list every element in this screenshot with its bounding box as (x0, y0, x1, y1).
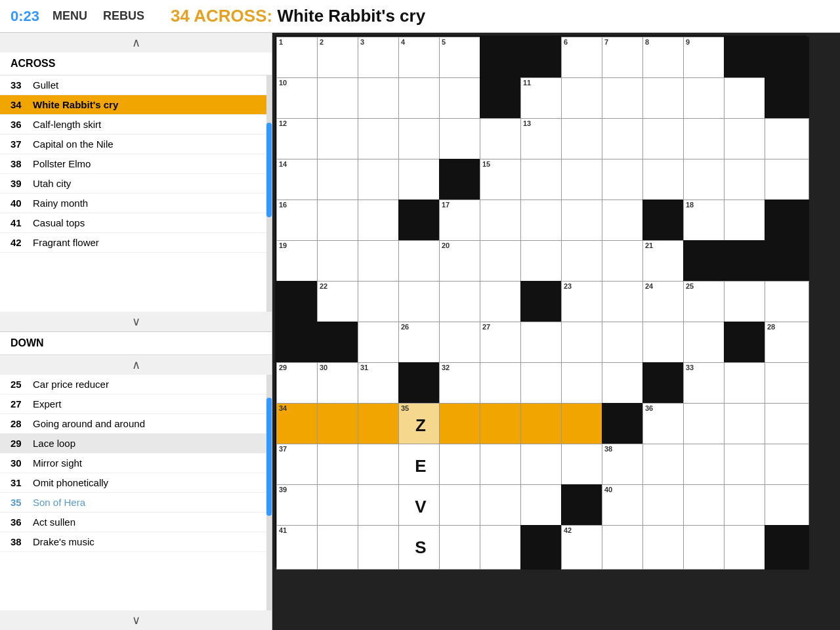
grid-cell[interactable] (358, 159, 402, 203)
grid-cell[interactable]: 19 (276, 240, 321, 285)
grid-cell[interactable] (439, 77, 484, 122)
down-clue-35[interactable]: 35Son of Hera (0, 493, 272, 513)
grid-cell[interactable] (724, 77, 768, 122)
grid-cell[interactable] (602, 118, 646, 163)
grid-cell[interactable] (602, 159, 646, 203)
grid-cell[interactable]: 12 (276, 118, 321, 163)
grid-cell[interactable] (765, 484, 809, 529)
grid-cell[interactable] (358, 77, 402, 122)
grid-cell[interactable]: 8 (642, 37, 687, 81)
grid-cell[interactable] (683, 77, 728, 122)
grid-cell[interactable] (724, 281, 768, 326)
grid-cell[interactable] (683, 322, 728, 366)
grid-cell[interactable] (765, 159, 809, 203)
grid-cell[interactable]: 6 (561, 37, 606, 81)
grid-cell[interactable]: 30 (317, 362, 362, 407)
grid-cell[interactable]: 29 (276, 362, 321, 407)
grid-cell[interactable]: 40 (602, 484, 646, 529)
grid-cell[interactable] (398, 159, 443, 203)
grid-cell[interactable]: 37 (276, 444, 321, 488)
down-scrollbar-thumb[interactable] (266, 398, 272, 516)
grid-cell[interactable]: 10 (276, 77, 321, 122)
grid-cell[interactable] (317, 159, 362, 203)
across-clue-40[interactable]: 40Rainy month (0, 194, 272, 213)
grid-cell[interactable] (317, 444, 362, 488)
grid-cell[interactable]: 36 (642, 403, 687, 448)
grid-cell[interactable]: 13 (520, 118, 565, 163)
grid-cell[interactable]: 32 (439, 362, 484, 407)
grid-cell[interactable] (439, 322, 484, 366)
grid-cell[interactable]: 11 (520, 77, 565, 122)
grid-cell[interactable] (561, 118, 606, 163)
grid-cell[interactable] (317, 77, 362, 122)
grid-cell[interactable] (765, 118, 809, 163)
grid-cell[interactable] (724, 362, 768, 407)
grid-cell[interactable]: 33 (683, 362, 728, 407)
grid-cell[interactable] (683, 118, 728, 163)
grid-cell[interactable]: S (398, 525, 443, 570)
across-clue-34[interactable]: 34White Rabbit's cry (0, 95, 272, 115)
grid-cell[interactable] (724, 200, 768, 244)
across-scroll-down[interactable]: ∨ (0, 312, 272, 331)
down-scroll-up[interactable]: ∧ (0, 355, 272, 375)
grid-cell[interactable] (358, 118, 402, 163)
grid-cell[interactable]: 1 (276, 37, 321, 81)
grid-cell[interactable] (398, 118, 443, 163)
grid-cell[interactable] (520, 484, 565, 529)
grid-cell[interactable] (520, 240, 565, 285)
down-clue-30[interactable]: 30Mirror sight (0, 453, 272, 473)
grid-cell[interactable] (398, 77, 443, 122)
grid-cell[interactable]: 34 (276, 403, 321, 448)
across-clue-39[interactable]: 39Utah city (0, 174, 272, 194)
grid-cell[interactable] (358, 444, 402, 488)
grid-cell[interactable] (602, 240, 646, 285)
rebus-button[interactable]: REBUS (103, 9, 144, 23)
grid-cell[interactable] (561, 403, 606, 448)
grid-cell[interactable] (480, 118, 524, 163)
grid-cell[interactable] (317, 403, 362, 448)
grid-cell[interactable] (642, 322, 687, 366)
grid-cell[interactable] (480, 444, 524, 488)
grid-cell[interactable] (561, 444, 606, 488)
grid-cell[interactable]: 23 (561, 281, 606, 326)
grid-cell[interactable] (602, 77, 646, 122)
grid-cell[interactable] (439, 525, 484, 570)
grid-cell[interactable] (561, 240, 606, 285)
grid-cell[interactable]: 16 (276, 200, 321, 244)
grid-cell[interactable] (398, 240, 443, 285)
grid-cell[interactable] (439, 444, 484, 488)
grid-cell[interactable] (358, 484, 402, 529)
grid-cell[interactable] (358, 322, 402, 366)
grid-cell[interactable] (480, 525, 524, 570)
grid-cell[interactable] (642, 77, 687, 122)
grid-cell[interactable] (683, 159, 728, 203)
grid-cell[interactable] (358, 403, 402, 448)
grid-cell[interactable] (642, 118, 687, 163)
grid-cell[interactable] (480, 484, 524, 529)
down-clue-36[interactable]: 36Act sullen (0, 513, 272, 532)
grid-cell[interactable]: 5 (439, 37, 484, 81)
grid-cell[interactable] (480, 240, 524, 285)
down-clue-31[interactable]: 31Omit phonetically (0, 473, 272, 493)
grid-cell[interactable] (683, 403, 728, 448)
down-clue-25[interactable]: 25Car price reducer (0, 375, 272, 394)
grid-cell[interactable] (317, 240, 362, 285)
down-clue-38[interactable]: 38Drake's music (0, 532, 272, 552)
grid-cell[interactable] (439, 281, 484, 326)
grid-cell[interactable] (520, 444, 565, 488)
grid-cell[interactable] (561, 200, 606, 244)
grid-cell[interactable]: 4 (398, 37, 443, 81)
grid-cell[interactable] (358, 525, 402, 570)
across-clue-42[interactable]: 42Fragrant flower (0, 233, 272, 253)
grid-cell[interactable] (642, 525, 687, 570)
across-scroll-up[interactable]: ∧ (0, 33, 272, 52)
grid-cell[interactable] (520, 403, 565, 448)
across-clue-38[interactable]: 38Pollster Elmo (0, 154, 272, 174)
across-scrollbar-thumb[interactable] (266, 123, 272, 217)
grid-cell[interactable]: 15 (480, 159, 524, 203)
grid-cell[interactable] (602, 200, 646, 244)
across-clue-33[interactable]: 33Gullet (0, 75, 272, 95)
grid-cell[interactable]: 28 (765, 322, 809, 366)
grid-cell[interactable]: V (398, 484, 443, 529)
grid-cell[interactable] (642, 444, 687, 488)
